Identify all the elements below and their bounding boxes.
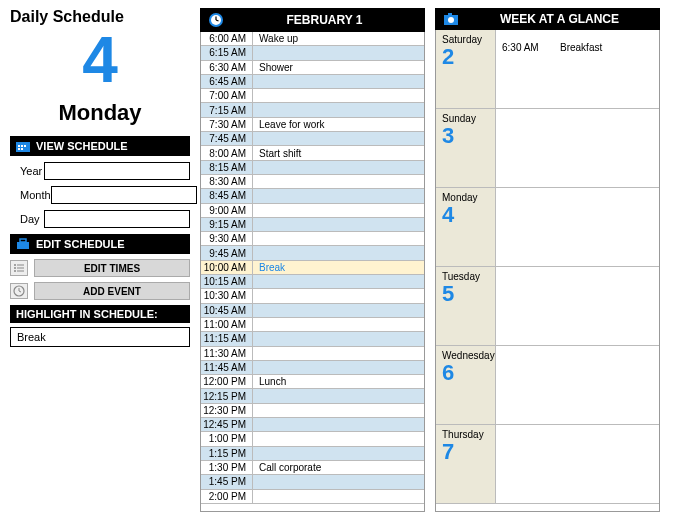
current-day-name: Monday: [10, 100, 190, 126]
schedule-time: 8:15 AM: [201, 161, 253, 174]
view-schedule-label: VIEW SCHEDULE: [36, 140, 128, 152]
schedule-time: 10:45 AM: [201, 304, 253, 317]
month-input[interactable]: [51, 186, 197, 204]
schedule-row[interactable]: 8:15 AM: [201, 161, 424, 175]
schedule-row[interactable]: 1:45 PM: [201, 475, 424, 489]
week-row[interactable]: Saturday26:30 AMBreakfast: [436, 30, 659, 109]
week-row[interactable]: Wednesday6: [436, 346, 659, 425]
svg-rect-3: [24, 145, 26, 147]
schedule-row[interactable]: 8:00 AMStart shift: [201, 146, 424, 160]
schedule-time: 7:15 AM: [201, 103, 253, 116]
schedule-event: Call corporate: [253, 462, 424, 473]
schedule-time: 7:00 AM: [201, 89, 253, 102]
week-events: 6:30 AMBreakfast: [496, 30, 659, 108]
schedule-row[interactable]: 11:00 AM: [201, 318, 424, 332]
schedule-time: 2:00 PM: [201, 490, 253, 503]
list-icon: [10, 260, 28, 276]
schedule-time: 1:15 PM: [201, 447, 253, 460]
edit-times-button[interactable]: EDIT TIMES: [34, 259, 190, 277]
edit-schedule-header: EDIT SCHEDULE: [10, 234, 190, 254]
schedule-row[interactable]: 1:30 PMCall corporate: [201, 461, 424, 475]
week-list[interactable]: Saturday26:30 AMBreakfastSunday3Monday4T…: [435, 30, 660, 512]
week-date-cell: Thursday7: [436, 425, 496, 503]
week-day-number: 2: [442, 45, 489, 69]
schedule-row[interactable]: 6:45 AM: [201, 75, 424, 89]
schedule-row[interactable]: 7:00 AM: [201, 89, 424, 103]
day-input[interactable]: [44, 210, 190, 228]
highlight-header: HIGHLIGHT IN SCHEDULE:: [10, 305, 190, 323]
toolbox-icon: [16, 237, 30, 251]
schedule-time: 11:45 AM: [201, 361, 253, 374]
schedule-row[interactable]: 8:45 AM: [201, 189, 424, 203]
schedule-row[interactable]: 6:30 AMShower: [201, 61, 424, 75]
week-date-cell: Sunday3: [436, 109, 496, 187]
week-day-number: 6: [442, 361, 489, 385]
schedule-row[interactable]: 9:30 AM: [201, 232, 424, 246]
month-label: Month: [20, 189, 51, 201]
schedule-time: 8:30 AM: [201, 175, 253, 188]
schedule-row[interactable]: 9:15 AM: [201, 218, 424, 232]
schedule-row[interactable]: 10:15 AM: [201, 275, 424, 289]
svg-line-16: [19, 291, 21, 292]
week-event-time: 6:30 AM: [502, 42, 550, 53]
schedule-row[interactable]: 10:45 AM: [201, 304, 424, 318]
highlight-value[interactable]: Break: [10, 327, 190, 347]
schedule-row[interactable]: 6:15 AM: [201, 46, 424, 60]
svg-point-8: [14, 264, 16, 266]
svg-point-23: [448, 17, 454, 23]
schedule-row[interactable]: 12:00 PMLunch: [201, 375, 424, 389]
schedule-time: 6:45 AM: [201, 75, 253, 88]
schedule-time: 9:15 AM: [201, 218, 253, 231]
schedule-row[interactable]: 1:15 PM: [201, 447, 424, 461]
svg-point-10: [14, 267, 16, 269]
week-events: [496, 109, 659, 187]
schedule-row[interactable]: 7:30 AMLeave for work: [201, 118, 424, 132]
year-input[interactable]: [44, 162, 190, 180]
week-row[interactable]: Monday4: [436, 188, 659, 267]
schedule-time: 12:15 PM: [201, 389, 253, 402]
week-events: [496, 346, 659, 424]
schedule-row[interactable]: 11:15 AM: [201, 332, 424, 346]
schedule-row[interactable]: 9:45 AM: [201, 246, 424, 260]
schedule-row[interactable]: 11:30 AM: [201, 347, 424, 361]
schedule-time: 12:30 PM: [201, 404, 253, 417]
schedule-row[interactable]: 12:15 PM: [201, 389, 424, 403]
schedule-row[interactable]: 12:30 PM: [201, 404, 424, 418]
schedule-event: Leave for work: [253, 119, 424, 130]
svg-rect-22: [448, 13, 452, 15]
schedule-row[interactable]: 11:45 AM: [201, 361, 424, 375]
week-day-number: 4: [442, 203, 489, 227]
schedule-row[interactable]: 10:00 AMBreak: [201, 261, 424, 275]
year-label: Year: [20, 165, 44, 177]
add-event-button[interactable]: ADD EVENT: [34, 282, 190, 300]
schedule-time: 11:15 AM: [201, 332, 253, 345]
schedule-row[interactable]: 6:00 AMWake up: [201, 32, 424, 46]
edit-schedule-label: EDIT SCHEDULE: [36, 238, 125, 250]
schedule-row[interactable]: 7:45 AM: [201, 132, 424, 146]
schedule-row[interactable]: 7:15 AM: [201, 103, 424, 117]
schedule-row[interactable]: 12:45 PM: [201, 418, 424, 432]
schedule-row[interactable]: 10:30 AM: [201, 289, 424, 303]
clock-icon: [10, 283, 28, 299]
schedule-time: 9:30 AM: [201, 232, 253, 245]
schedule-time: 7:45 AM: [201, 132, 253, 145]
week-events: [496, 425, 659, 503]
week-header: WEEK AT A GLANCE: [435, 8, 660, 30]
svg-point-12: [14, 270, 16, 272]
week-row[interactable]: Thursday7: [436, 425, 659, 504]
schedule-row[interactable]: 2:00 PM: [201, 490, 424, 504]
week-date-cell: Monday4: [436, 188, 496, 266]
schedule-time: 7:30 AM: [201, 118, 253, 131]
schedule-event: Break: [253, 262, 424, 273]
schedule-time: 12:00 PM: [201, 375, 253, 388]
schedule-list[interactable]: 6:00 AMWake up6:15 AM6:30 AMShower6:45 A…: [200, 32, 425, 512]
week-row[interactable]: Sunday3: [436, 109, 659, 188]
week-row[interactable]: Tuesday5: [436, 267, 659, 346]
week-date-cell: Saturday2: [436, 30, 496, 108]
svg-rect-5: [21, 148, 23, 150]
schedule-time: 9:45 AM: [201, 246, 253, 259]
schedule-row[interactable]: 8:30 AM: [201, 175, 424, 189]
view-schedule-header: VIEW SCHEDULE: [10, 136, 190, 156]
schedule-row[interactable]: 1:00 PM: [201, 432, 424, 446]
schedule-row[interactable]: 9:00 AM: [201, 204, 424, 218]
